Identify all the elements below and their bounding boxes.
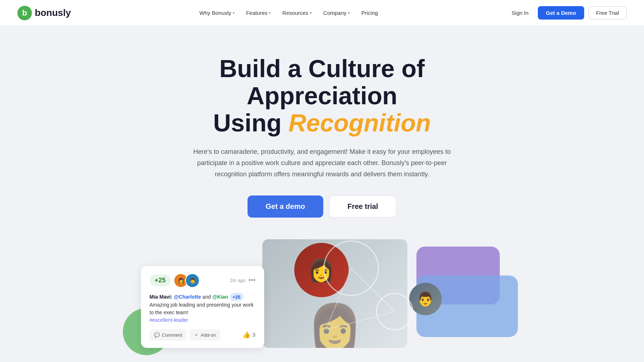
hero-title-highlight: Recognition [288, 109, 431, 136]
like-area: 👍 3 [242, 331, 255, 339]
get-demo-nav-button[interactable]: Get a Demo [538, 6, 584, 20]
comment-button[interactable]: 💬 Comment [150, 329, 187, 341]
card-mention2[interactable]: @Kian [212, 294, 228, 300]
card-body: Mia Mavi: @Charlotte and @Kian +25 Amazi… [150, 293, 255, 324]
card-hashtag[interactable]: #excellent-leader [150, 317, 188, 323]
profile-photo-man-emoji: 👨 [417, 291, 434, 307]
hero-title: Build a Culture of Appreciation Using Re… [159, 55, 485, 136]
logo-link[interactable]: b bonusly [17, 6, 71, 20]
card-header: +25 👩 👨 2m ago ••• [150, 273, 255, 288]
card-time: 2m ago [230, 278, 245, 283]
card-mention1[interactable]: @Charlotte [174, 294, 201, 300]
nav-item-features[interactable]: Features▾ [241, 7, 276, 19]
nav-item-resources[interactable]: Resources▾ [277, 7, 317, 19]
free-trial-hero-button[interactable]: Free trial [329, 195, 396, 218]
profile-photo-man: 👨 [409, 283, 442, 315]
navbar-actions: Sign In Get a Demo Free Trial [507, 6, 627, 20]
nav-item-why-bonusly[interactable]: Why Bonusly▾ [194, 7, 240, 19]
recognition-card: +25 👩 👨 2m ago ••• Mia Mavi: @Charlotte … [141, 266, 264, 348]
profile-photo-woman: 👩 [294, 243, 349, 297]
main-nav: Why Bonusly▾ Features▾ Resources▾ Compan… [194, 7, 383, 19]
logo-text: bonusly [35, 7, 71, 18]
card-extra-points: +25 [230, 293, 244, 302]
signin-button[interactable]: Sign In [507, 7, 534, 19]
avatar-2: 👨 [185, 273, 200, 288]
chevron-down-icon: ▾ [348, 11, 350, 15]
comment-icon: 💬 [154, 332, 160, 338]
hero-cta-buttons: Get a demo Free trial [159, 195, 485, 218]
nav-item-company[interactable]: Company▾ [318, 7, 355, 19]
card-sender: Mia Mavi: [150, 294, 173, 300]
svg-text:b: b [22, 8, 27, 17]
free-trial-nav-button[interactable]: Free Trial [589, 6, 627, 20]
comment-label: Comment [162, 332, 182, 338]
hero-subtitle: Here's to camaraderie, productivity, and… [184, 146, 460, 180]
navbar: b bonusly Why Bonusly▾ Features▾ Resourc… [0, 0, 644, 26]
card-message: Amazing job leading and presenting your … [150, 302, 254, 315]
profile-photo-woman-emoji: 👩 [308, 257, 335, 283]
avatar-stack: 👩 👨 [174, 273, 200, 288]
card-action-left: 💬 Comment ＋ Add-on [150, 329, 220, 341]
hero-text-block: Build a Culture of Appreciation Using Re… [159, 55, 485, 239]
chevron-down-icon: ▾ [233, 11, 234, 15]
like-count: 3 [253, 332, 255, 338]
addon-label: Add-on [201, 332, 216, 338]
like-icon: 👍 [242, 331, 250, 339]
hero-section: Build a Culture of Appreciation Using Re… [0, 26, 644, 362]
points-badge: +25 [150, 274, 171, 286]
add-icon: ＋ [194, 332, 199, 338]
card-actions: 💬 Comment ＋ Add-on 👍 3 [150, 329, 255, 341]
hero-illustration: 👩 👩 👨 +25 👩 👨 [123, 239, 522, 355]
nav-item-pricing[interactable]: Pricing [356, 7, 383, 19]
chevron-down-icon: ▾ [310, 11, 312, 15]
addon-button[interactable]: ＋ Add-on [190, 329, 220, 341]
card-more-options-button[interactable]: ••• [249, 277, 255, 284]
card-time-dots: 2m ago ••• [230, 277, 255, 284]
bonusly-logo-icon: b [17, 6, 32, 20]
card-points-avatars: +25 👩 👨 [150, 273, 200, 288]
chevron-down-icon: ▾ [269, 11, 271, 15]
hero-photo-person: 👩 [308, 304, 362, 348]
get-demo-hero-button[interactable]: Get a demo [248, 195, 323, 218]
